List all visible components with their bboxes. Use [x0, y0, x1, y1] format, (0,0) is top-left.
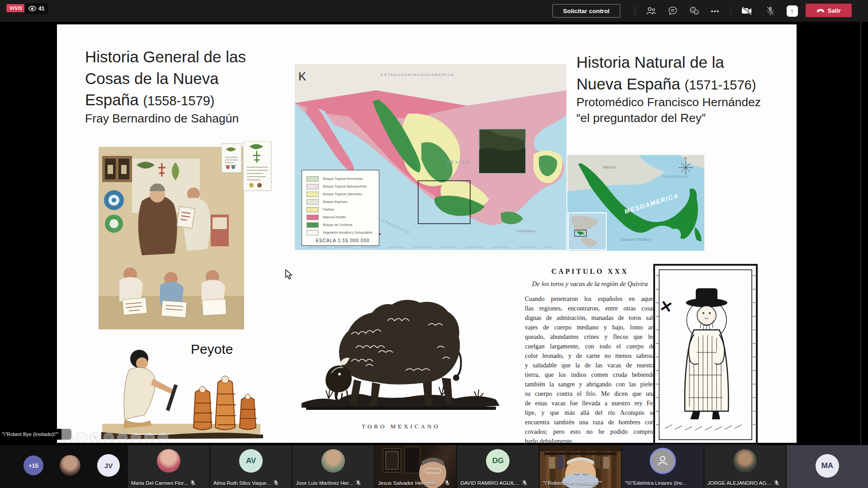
- svg-text:✕: ✕: [658, 297, 675, 316]
- meso-pacific-label: Océano Pacífico: [621, 237, 651, 242]
- legend-swatch: [307, 176, 319, 182]
- participant-tile-video[interactable]: "\"Robert Bye (Invitado)\"": [540, 445, 621, 488]
- map-legend: Bosque Tropical Perennifolio Bosque Trop…: [302, 170, 379, 246]
- live-badge: VIVO: [6, 4, 25, 12]
- reactions-icon[interactable]: [687, 4, 702, 18]
- left-title-line2: Cosas de la Nueva: [85, 68, 246, 89]
- scrollbar-track[interactable]: [860, 22, 861, 445]
- hangup-phone-icon: [816, 9, 825, 13]
- photo-avatar: [733, 449, 757, 473]
- legend-swatch: [307, 222, 319, 228]
- request-control-button[interactable]: Solicitar control: [552, 4, 620, 18]
- hernandez-portrait-woodcut: ✕: [651, 262, 760, 448]
- shared-slide[interactable]: Historia General de las Cosas de la Nuev…: [57, 24, 797, 443]
- legend-swatch: [307, 215, 319, 220]
- zoom-in-button[interactable]: +: [117, 432, 128, 443]
- meso-gulf-label: Golfo de México: [662, 174, 689, 178]
- photo-avatar: [321, 449, 345, 473]
- legend-swatch: [307, 207, 319, 212]
- legend-swatch: [307, 230, 319, 235]
- map-k-label: K: [298, 70, 307, 83]
- legend-swatch: [307, 192, 319, 197]
- share-screen-icon[interactable]: ↑: [785, 4, 799, 18]
- toolbar-more-button[interactable]: ⋯: [157, 432, 169, 443]
- initials-avatar: AV: [239, 449, 263, 473]
- right-title-quote: “el preguntador del Rey”: [576, 110, 761, 126]
- person-icon: [656, 454, 670, 468]
- mesoamerica-map: México Golfo de México MESOAMERICA Océan…: [567, 155, 704, 251]
- bison-image: [292, 271, 509, 420]
- participant-name: "\\\"Edelmira Linares (Inv...: [625, 480, 686, 486]
- camera-off-icon[interactable]: [740, 4, 754, 18]
- annotation-toolbar: ‹ › ✎ ⊙ + − ▭ ⋯: [62, 432, 169, 443]
- participant-tile[interactable]: JORGE ALEJANDRO AGUIR...: [704, 445, 786, 488]
- participant-tile[interactable]: AV Alma Ruth Silos Vaque...: [210, 445, 292, 488]
- participant-name: "\"Robert Bye (Invitado)\"": [543, 480, 602, 486]
- right-title-author: Protomédico Francisco Hernández: [576, 94, 761, 110]
- participant-name: DAVID RAMIRO AGUIL...: [460, 480, 519, 486]
- chapter-subtitle: De los toros y vacas de la región de Qui…: [525, 280, 655, 288]
- participant-tile[interactable]: DG DAVID RAMIRO AGUIL...: [457, 445, 538, 488]
- legend-swatch: [307, 199, 319, 205]
- right-title: Historia Natural de la Nueva España (157…: [576, 52, 761, 126]
- svg-text:N: N: [684, 156, 687, 160]
- locator-inset: [568, 213, 606, 250]
- participant-name: Maria Del Carmen Flor...: [131, 480, 188, 486]
- presenter-tag-handle[interactable]: [61, 429, 71, 440]
- map-guatemala-label: GUATEMALA: [516, 230, 536, 233]
- participant-name: Jesus Salvador Hernandez ...: [378, 480, 442, 486]
- divider: [731, 6, 731, 16]
- initials-avatar: DG: [486, 449, 509, 473]
- comment-button[interactable]: ▭: [144, 432, 155, 443]
- participant-tile-speaking[interactable]: "\\\"Edelmira Linares (Inv...: [622, 445, 703, 488]
- participant-tile-video[interactable]: Jesus Salvador Hernandez ...: [375, 445, 456, 488]
- codex-page-thumbnails: [222, 141, 272, 192]
- mic-off-icon[interactable]: [763, 4, 778, 18]
- presenter-name-tag: "\"Robert Bye (Invitado)\"": [0, 429, 71, 440]
- mouse-cursor: [285, 269, 295, 280]
- more-options-icon[interactable]: •••: [708, 4, 722, 18]
- pen-tool-button[interactable]: ✎: [90, 432, 101, 443]
- chat-icon[interactable]: [665, 4, 680, 18]
- initials-avatar: MA: [816, 454, 839, 478]
- photo-avatar[interactable]: [60, 455, 80, 476]
- participant-strip: +15 JV Maria Del Carmen Flor... AV Alma …: [0, 445, 868, 488]
- participant-name: Jose Luis Martinez Her...: [296, 480, 353, 486]
- share-arrow: ↑: [787, 5, 798, 17]
- participant-tile[interactable]: Maria Del Carmen Flor...: [128, 445, 209, 488]
- eye-icon: [28, 6, 36, 11]
- meeting-top-bar: VIVO 41 Solicitar control ••• ↑ Salir: [0, 0, 868, 22]
- mic-off-icon: [774, 480, 779, 486]
- right-title-line1: Historia Natural de la: [576, 52, 761, 73]
- divider: [635, 6, 635, 16]
- left-title-line1: Historia General de las: [85, 46, 246, 68]
- participant-tile[interactable]: Jose Luis Martinez Her...: [292, 445, 374, 488]
- person-icon-avatar: [651, 449, 675, 473]
- leave-button[interactable]: Salir: [806, 4, 852, 17]
- zoom-out-button[interactable]: −: [130, 432, 142, 443]
- presenter-name: "\"Robert Bye (Invitado)\"": [0, 429, 61, 440]
- next-slide-button[interactable]: ›: [76, 432, 87, 443]
- left-title: Historia General de las Cosas de la Nuev…: [85, 46, 246, 126]
- mic-off-icon: [273, 480, 279, 486]
- participants-icon[interactable]: [644, 4, 658, 18]
- participant-tile[interactable]: MA: [787, 445, 868, 488]
- chapter-text-block: CAPITULO XXX De los toros y vacas de la …: [525, 267, 655, 446]
- left-title-author: Fray Bernardino de Sahagún: [85, 111, 246, 126]
- mic-off-icon: [355, 480, 361, 486]
- mic-off-icon: [444, 480, 450, 486]
- participant-tiles: Maria Del Carmen Flor... AV Alma Ruth Si…: [128, 445, 868, 488]
- chapter-title: CAPITULO XXX: [525, 267, 655, 276]
- photo-avatar: [157, 449, 180, 473]
- laser-tool-button[interactable]: ⊙: [103, 432, 114, 443]
- overflow-count-avatar[interactable]: +15: [24, 455, 43, 475]
- participant-name: Alma Ruth Silos Vaque...: [213, 480, 271, 486]
- leave-label: Salir: [828, 7, 841, 14]
- bison-caption: TORO MEXICANO: [292, 423, 509, 430]
- left-title-line3: España (1558-1579): [85, 89, 246, 111]
- meso-mexico-label: México: [603, 164, 616, 169]
- viewer-count: 41: [38, 5, 44, 12]
- initials-avatar-jv[interactable]: JV: [97, 454, 120, 477]
- mic-off-icon: [190, 480, 196, 486]
- map-mexico-label: M É X I C O: [446, 160, 469, 164]
